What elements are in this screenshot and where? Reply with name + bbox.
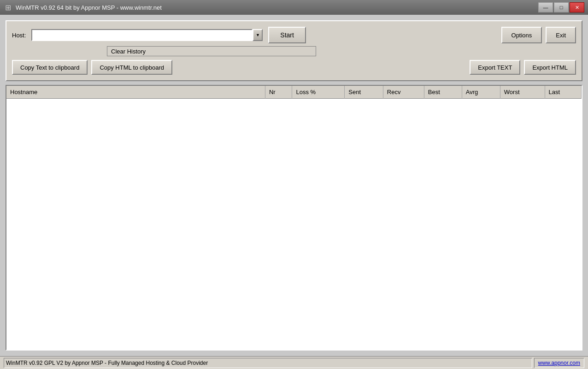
right-buttons: Options Exit — [501, 27, 576, 43]
host-label: Host: — [12, 32, 26, 39]
table-header: Hostname Nr Loss % Sent Recv Best Avrg W… — [6, 86, 582, 99]
exit-button[interactable]: Exit — [546, 27, 576, 43]
col-loss: Loss % — [292, 86, 345, 99]
dropdown-arrow-icon: ▼ — [256, 33, 260, 37]
host-dropdown-button[interactable]: ▼ — [253, 29, 263, 41]
export-text-button[interactable]: Export TEXT — [470, 60, 520, 75]
export-html-button[interactable]: Export HTML — [524, 60, 576, 75]
copy-text-button[interactable]: Copy Text to clipboard — [12, 60, 88, 75]
minimize-button[interactable]: — — [538, 2, 553, 12]
clipboard-button-row: Copy Text to clipboard Copy HTML to clip… — [12, 60, 576, 75]
restore-button[interactable]: □ — [554, 2, 569, 12]
copy-html-button[interactable]: Copy HTML to clipboard — [91, 60, 172, 75]
status-text: WinMTR v0.92 GPL V2 by Appnor MSP - Full… — [4, 358, 532, 368]
col-hostname: Hostname — [6, 86, 265, 99]
title-bar: ⊞ WinMTR v0.92 64 bit by Appnor MSP - ww… — [0, 0, 588, 15]
title-bar-buttons: — □ ✕ — [538, 2, 584, 12]
table-empty-area — [6, 99, 582, 350]
options-button[interactable]: Options — [501, 27, 542, 43]
col-sent: Sent — [345, 86, 383, 99]
host-input[interactable] — [31, 29, 253, 41]
col-recv: Recv — [383, 86, 424, 99]
status-bar: WinMTR v0.92 GPL V2 by Appnor MSP - Full… — [0, 356, 588, 369]
col-worst: Worst — [500, 86, 545, 99]
main-content: Host: ▼ Start Clear History — [0, 15, 588, 356]
top-panel: Host: ▼ Start Clear History — [6, 20, 582, 81]
results-table: Hostname Nr Loss % Sent Recv Best Avrg W… — [6, 86, 582, 99]
clear-history-button[interactable]: Clear History — [107, 46, 316, 56]
status-link[interactable]: www.appnor.com — [534, 358, 584, 368]
host-input-container: ▼ — [31, 29, 263, 41]
col-best: Best — [424, 86, 462, 99]
results-table-panel: Hostname Nr Loss % Sent Recv Best Avrg W… — [6, 85, 582, 351]
close-button[interactable]: ✕ — [570, 2, 584, 12]
col-last: Last — [545, 86, 581, 99]
start-button[interactable]: Start — [268, 27, 306, 43]
table-header-row: Hostname Nr Loss % Sent Recv Best Avrg W… — [6, 86, 582, 99]
title-bar-text: WinMTR v0.92 64 bit by Appnor MSP - www.… — [16, 4, 535, 11]
col-nr: Nr — [265, 86, 292, 99]
col-avrg: Avrg — [462, 86, 500, 99]
main-window: ⊞ WinMTR v0.92 64 bit by Appnor MSP - ww… — [0, 0, 588, 369]
app-icon: ⊞ — [4, 3, 12, 12]
